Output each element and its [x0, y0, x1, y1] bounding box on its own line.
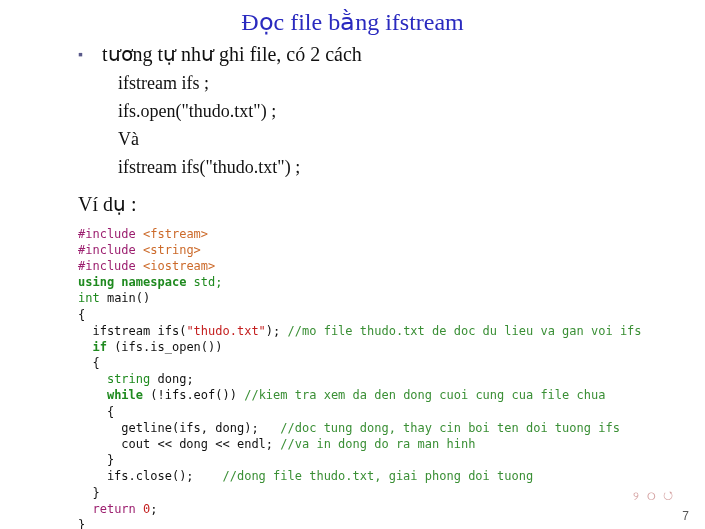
- bullet-row: ▪ tương tự như ghi file, có 2 cách: [0, 42, 705, 66]
- code-token: {: [78, 308, 85, 322]
- code-token: #include: [78, 243, 143, 257]
- code-token: return: [92, 502, 135, 516]
- code-token: getline(ifs, dong);: [78, 421, 280, 435]
- bullet-text: tương tự như ghi file, có 2 cách: [102, 42, 362, 66]
- code-token: {: [78, 356, 100, 370]
- code-token: <iostream>: [143, 259, 215, 273]
- code-token: //dong file thudo.txt, giai phong doi tu…: [223, 469, 534, 483]
- slide-title: Đọc file bằng ifstream: [0, 0, 705, 40]
- code-token: while: [107, 388, 143, 402]
- code-token: //mo file thudo.txt de doc du lieu va ga…: [288, 324, 642, 338]
- code-token: using namespace: [78, 275, 186, 289]
- code-token: cout << dong << endl;: [78, 437, 280, 451]
- code-token: (ifs.is_open()): [107, 340, 223, 354]
- code-token: string: [107, 372, 150, 386]
- code-token: //kiem tra xem da den dong cuoi cung cua…: [244, 388, 605, 402]
- nav-icon: ୨ ୦ ↺: [633, 489, 675, 503]
- example-label: Ví dụ :: [0, 192, 705, 216]
- page-number: 7: [682, 509, 689, 523]
- code-token: dong;: [150, 372, 193, 386]
- intro-code-line: Và: [118, 126, 705, 154]
- code-token: );: [266, 324, 288, 338]
- code-token: ifs.close();: [78, 469, 223, 483]
- code-token: [136, 502, 143, 516]
- code-token: #include: [78, 259, 143, 273]
- code-token: int: [78, 291, 100, 305]
- intro-code-line: ifstream ifs("thudo.txt") ;: [118, 154, 705, 182]
- code-token: #include: [78, 227, 143, 241]
- code-token: "thudo.txt": [186, 324, 265, 338]
- intro-code-line: ifs.open("thudo.txt") ;: [118, 98, 705, 126]
- intro-code-line: ifstream ifs ;: [118, 70, 705, 98]
- code-token: }: [78, 486, 100, 500]
- code-token: {: [78, 405, 114, 419]
- code-block: #include <fstream> #include <string> #in…: [0, 226, 705, 529]
- code-token: <string>: [143, 243, 201, 257]
- code-token: ifstream ifs(: [78, 324, 186, 338]
- code-token: <fstream>: [143, 227, 208, 241]
- code-token: std;: [186, 275, 222, 289]
- bullet-mark-icon: ▪: [78, 42, 102, 63]
- code-token: //doc tung dong, thay cin boi ten doi tu…: [280, 421, 620, 435]
- slide: Đọc file bằng ifstream ▪ tương tự như gh…: [0, 0, 705, 529]
- code-token: }: [78, 453, 114, 467]
- code-token: ;: [150, 502, 157, 516]
- intro-code: ifstream ifs ; ifs.open("thudo.txt") ; V…: [0, 70, 705, 182]
- code-token: (!ifs.eof()): [143, 388, 244, 402]
- code-token: main(): [100, 291, 151, 305]
- code-token: //va in dong do ra man hinh: [280, 437, 475, 451]
- code-token: if: [92, 340, 106, 354]
- code-token: }: [78, 518, 85, 529]
